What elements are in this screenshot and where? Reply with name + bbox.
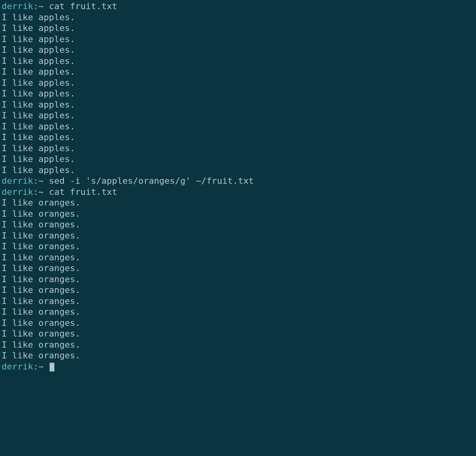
output-text: I like apples. [2,154,75,164]
output-text: I like apples. [2,110,75,120]
terminal-line: I like apples. [2,88,474,99]
output-text: I like apples. [2,121,75,131]
terminal-line: I like oranges. [2,197,474,208]
prompt-separator [44,187,49,197]
prompt-path: ~ [38,1,44,11]
prompt-separator [44,176,49,186]
output-text: I like oranges. [2,219,81,229]
output-text: I like oranges. [2,329,81,339]
terminal-line: I like apples. [2,12,474,23]
prompt-path: ~ [38,176,44,186]
output-text: I like oranges. [2,231,81,241]
terminal-line: derrik:~ cat fruit.txt [2,1,474,12]
terminal-line: I like apples. [2,44,474,56]
prompt-user-host: derrik: [2,187,38,197]
terminal-line: I like oranges. [2,274,474,285]
output-text: I like apples. [2,12,75,22]
terminal-line: I like apples. [2,154,474,165]
terminal-line: I like apples. [2,143,474,154]
terminal-line: I like apples. [2,110,474,121]
output-text: I like apples. [2,56,75,66]
terminal-line: I like apples. [2,23,474,34]
output-text: I like oranges. [2,252,81,262]
prompt-user-host: derrik: [2,1,38,11]
terminal-window[interactable]: derrik:~ cat fruit.txtI like apples.I li… [2,1,474,372]
output-text: I like apples. [2,132,75,142]
prompt-user-host: derrik: [2,362,38,371]
terminal-line: I like oranges. [2,252,474,263]
output-text: I like apples. [2,34,75,44]
terminal-line: I like apples. [2,77,474,89]
command-text: cat fruit.txt [49,1,117,11]
terminal-line: derrik:~ sed -i 's/apples/oranges/g' ~/f… [2,175,474,187]
output-text: I like oranges. [2,209,81,219]
terminal-line: I like oranges. [2,339,474,350]
cursor-icon[interactable] [50,363,54,371]
terminal-line: I like oranges. [2,285,474,296]
terminal-line: I like oranges. [2,328,474,339]
prompt-path: ~ [38,362,44,371]
terminal-line: I like oranges. [2,208,474,219]
terminal-line: I like oranges. [2,306,474,317]
output-text: I like oranges. [2,198,81,208]
output-text: I like oranges. [2,274,81,284]
terminal-line: I like oranges. [2,219,474,230]
output-text: I like apples. [2,100,75,110]
output-text: I like oranges. [2,350,81,360]
prompt-path: ~ [38,187,44,197]
terminal-line: I like oranges. [2,230,474,241]
output-text: I like apples. [2,78,75,88]
output-text: I like oranges. [2,340,81,350]
terminal-line: I like apples. [2,165,474,176]
output-text: I like oranges. [2,307,81,317]
output-text: I like apples. [2,143,75,153]
prompt-separator [44,362,49,371]
output-text: I like oranges. [2,263,81,273]
terminal-line: I like oranges. [2,241,474,252]
output-text: I like apples. [2,165,75,175]
terminal-line: I like oranges. [2,263,474,274]
terminal-line: I like apples. [2,132,474,143]
output-text: I like oranges. [2,285,81,295]
terminal-line: I like apples. [2,121,474,132]
terminal-line: I like apples. [2,34,474,45]
terminal-line: I like apples. [2,99,474,110]
output-text: I like apples. [2,89,75,98]
command-text: cat fruit.txt [49,187,117,197]
prompt-user-host: derrik: [2,176,38,186]
terminal-line: I like apples. [2,66,474,77]
terminal-line: I like oranges. [2,317,474,329]
terminal-line: derrik:~ cat fruit.txt [2,187,474,198]
terminal-line: I like oranges. [2,350,474,361]
output-text: I like apples. [2,67,75,77]
terminal-line: derrik:~ [2,361,474,372]
output-text: I like oranges. [2,318,81,328]
command-text: sed -i 's/apples/oranges/g' ~/fruit.txt [49,176,254,186]
output-text: I like oranges. [2,296,81,306]
output-text: I like apples. [2,45,75,55]
terminal-line: I like oranges. [2,296,474,307]
output-text: I like oranges. [2,241,81,251]
prompt-separator [44,1,49,11]
output-text: I like apples. [2,23,75,33]
terminal-line: I like apples. [2,56,474,67]
